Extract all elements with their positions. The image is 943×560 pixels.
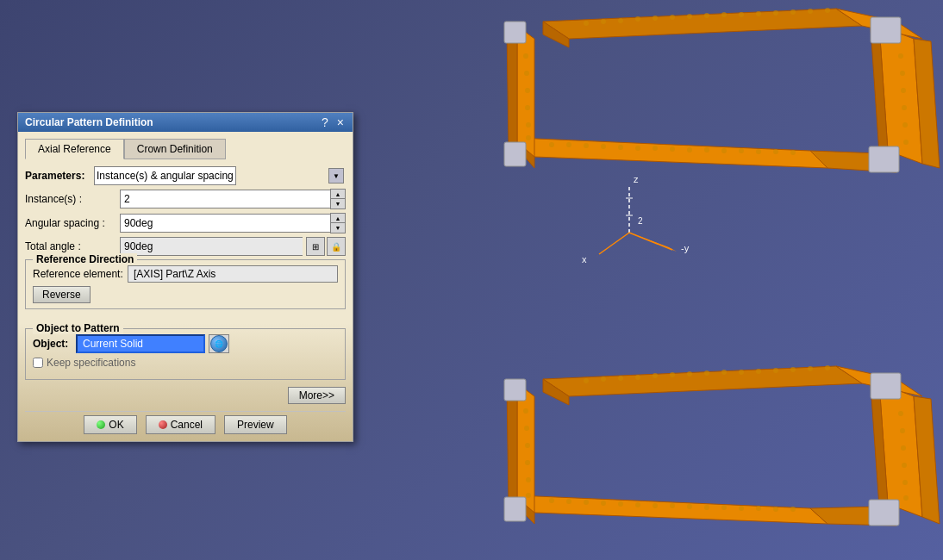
svg-rect-122	[871, 373, 901, 399]
svg-point-109	[739, 506, 744, 511]
svg-point-44	[790, 150, 796, 155]
help-button[interactable]: ?	[320, 116, 330, 128]
angular-spacing-up-btn[interactable]: ▲	[331, 214, 345, 223]
svg-marker-113	[517, 383, 534, 513]
svg-point-99	[566, 499, 571, 504]
svg-point-50	[525, 105, 530, 110]
svg-point-72	[601, 376, 606, 382]
svg-point-22	[900, 71, 905, 76]
more-button[interactable]: More>>	[288, 387, 346, 404]
svg-point-112	[790, 507, 796, 512]
angular-spacing-input[interactable]	[120, 214, 330, 233]
dialog-titlebar: Circular Pattern Definition ? ×	[18, 113, 353, 132]
instances-spinner: ▲ ▼	[120, 189, 346, 209]
svg-point-49	[525, 88, 530, 93]
svg-point-102	[618, 501, 623, 507]
svg-point-43	[773, 149, 778, 154]
svg-point-81	[756, 369, 761, 374]
svg-point-75	[653, 373, 658, 378]
svg-point-85	[825, 365, 830, 370]
titlebar-controls: ? ×	[320, 116, 346, 128]
instances-down-btn[interactable]: ▼	[331, 199, 345, 208]
svg-point-83	[790, 367, 796, 372]
svg-point-51	[526, 122, 531, 128]
total-angle-input	[120, 237, 303, 256]
total-angle-icon-btn2[interactable]: 🔒	[327, 237, 346, 256]
svg-point-35	[635, 146, 640, 151]
dialog-bottom-section: Object to Pattern Object: Current Solid …	[18, 323, 353, 441]
cancel-button[interactable]: Cancel	[146, 415, 215, 434]
svg-point-94	[903, 495, 909, 501]
close-button[interactable]: ×	[335, 116, 346, 128]
angular-spacing-row: Angular spacing : ▲ ▼	[25, 213, 346, 233]
angular-spacing-label: Angular spacing :	[25, 217, 120, 229]
total-angle-spinner	[120, 237, 303, 256]
svg-point-41	[739, 148, 744, 153]
keep-specs-row: Keep specifications	[33, 357, 338, 369]
svg-marker-46	[507, 26, 517, 145]
keep-specs-label: Keep specifications	[47, 357, 135, 369]
svg-point-116	[524, 426, 529, 431]
svg-point-40	[721, 148, 727, 153]
total-angle-extra-btns: ⊞ 🔒	[306, 237, 346, 256]
svg-point-76	[670, 372, 675, 377]
svg-marker-68	[543, 366, 862, 396]
svg-point-34	[618, 145, 623, 150]
svg-point-9	[687, 14, 692, 19]
svg-rect-123	[504, 497, 526, 521]
svg-point-7	[653, 16, 658, 21]
svg-point-110	[756, 506, 761, 511]
tab-crown-definition[interactable]: Crown Definition	[124, 139, 226, 159]
svg-point-106	[687, 504, 692, 509]
svg-point-30	[549, 142, 554, 147]
reference-direction-group: Reference Direction Reference element: […	[25, 259, 346, 309]
object-to-pattern-label: Object to Pattern	[33, 322, 123, 334]
tabs-container: Axial Reference Crown Definition	[25, 139, 346, 159]
ref-element-row: Reference element: [AXIS] Part\Z Axis	[33, 265, 338, 283]
tab-axial-reference[interactable]: Axial Reference	[25, 139, 124, 159]
object-icon-btn[interactable]: 🌐	[209, 334, 229, 353]
svg-point-93	[902, 480, 908, 485]
svg-text:z: z	[634, 174, 639, 184]
svg-point-80	[739, 370, 744, 375]
ok-button[interactable]: OK	[84, 415, 136, 434]
total-angle-icon-btn1[interactable]: ⊞	[306, 237, 325, 256]
svg-point-84	[808, 366, 813, 371]
angular-spacing-down-btn[interactable]: ▼	[331, 223, 345, 233]
svg-point-108	[721, 505, 727, 510]
svg-point-5	[618, 18, 623, 23]
svg-point-36	[653, 146, 658, 151]
svg-point-15	[790, 9, 796, 15]
svg-point-6	[635, 16, 640, 22]
svg-point-11	[721, 12, 727, 17]
instances-input[interactable]	[120, 190, 330, 208]
svg-point-8	[670, 15, 675, 20]
instances-up-btn[interactable]: ▲	[331, 190, 345, 199]
ref-element-value: [AXIS] Part\Z Axis	[128, 265, 338, 283]
svg-rect-121	[504, 379, 526, 401]
svg-point-89	[898, 411, 903, 416]
svg-point-3	[584, 21, 589, 26]
svg-point-16	[808, 9, 813, 14]
svg-point-79	[721, 370, 727, 375]
instances-spinner-btns: ▲ ▼	[330, 189, 346, 209]
svg-point-42	[756, 149, 761, 154]
svg-point-92	[902, 463, 907, 468]
parameters-select[interactable]: Instance(s) & angular spacing	[94, 166, 236, 185]
svg-point-37	[670, 146, 675, 152]
svg-line-59	[599, 233, 629, 254]
svg-point-73	[618, 376, 623, 381]
svg-point-39	[704, 147, 709, 152]
object-value[interactable]: Current Solid	[76, 334, 205, 353]
cancel-dot-icon	[159, 420, 167, 429]
reverse-button[interactable]: Reverse	[33, 286, 91, 303]
keep-specs-checkbox[interactable]	[33, 358, 43, 368]
angular-spacing-btns: ▲ ▼	[330, 213, 346, 233]
svg-point-105	[670, 503, 675, 508]
svg-point-48	[524, 71, 529, 76]
preview-button[interactable]: Preview	[224, 415, 287, 434]
dialog-body: Axial Reference Crown Definition Paramet…	[18, 132, 353, 323]
svg-point-14	[773, 10, 778, 16]
svg-rect-55	[504, 142, 526, 166]
svg-point-10	[704, 13, 709, 18]
